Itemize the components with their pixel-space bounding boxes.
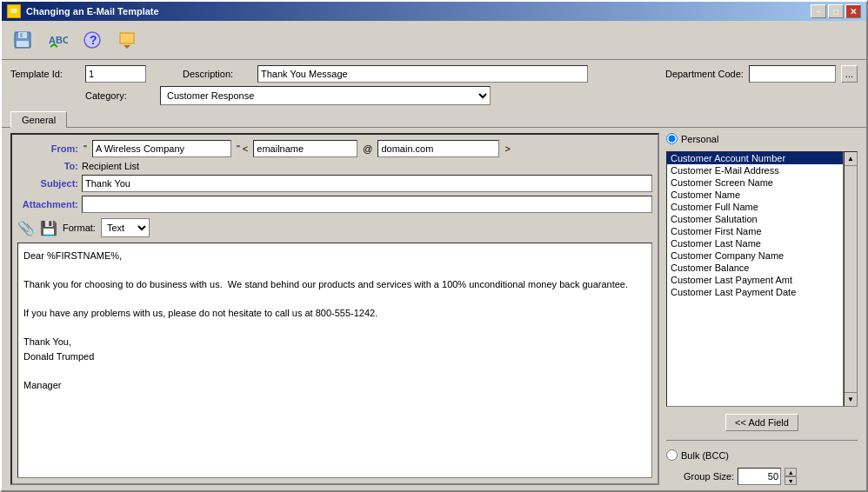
group-size-row: Group Size: ▲ ▼ (666, 468, 858, 485)
svg-rect-2 (20, 33, 23, 37)
spell-check-button[interactable]: ABC (42, 24, 73, 56)
browse-button[interactable]: ... (841, 65, 858, 83)
form-area: Template Id: Description: Department Cod… (2, 60, 866, 110)
body-container: Dear %FIRSTNAME%, Thank you for choosing… (17, 243, 652, 478)
svg-text:?: ? (90, 33, 97, 47)
minimize-button[interactable]: − (811, 4, 826, 18)
toolbar: ABC ? (2, 21, 866, 60)
to-row: To: Recipient List (17, 161, 652, 171)
category-row: Category: Customer Response General Mark… (10, 86, 858, 105)
to-label: To: (17, 161, 78, 171)
side-panel: Personal Customer Account Number Custome… (666, 133, 858, 485)
attachment-input[interactable] (82, 196, 652, 213)
to-value: Recipient List (82, 161, 139, 171)
listbox-scroll-down[interactable]: ▼ (845, 392, 857, 406)
personal-radio-row: Personal (666, 133, 858, 144)
list-item[interactable]: Customer E-Mail Address (667, 164, 843, 176)
action-button[interactable] (111, 24, 143, 56)
from-arrow: > (503, 143, 511, 154)
description-input[interactable] (257, 65, 588, 83)
save-small-icon: 💾 (40, 220, 57, 236)
template-id-input[interactable] (85, 65, 146, 83)
from-label: From: (17, 143, 78, 154)
from-email-input[interactable] (253, 140, 357, 157)
paperclip-icon: 📎 (17, 220, 35, 236)
list-item[interactable]: Customer Last Payment Amt (667, 274, 843, 286)
dept-code-label: Department Code: (665, 69, 744, 79)
format-label: Format: (63, 223, 96, 233)
template-row: Template Id: Description: Department Cod… (10, 65, 858, 83)
template-id-label: Template Id: (10, 69, 80, 79)
from-quote-close: " < (235, 143, 250, 154)
help-button[interactable]: ? (77, 24, 108, 56)
add-field-button[interactable]: << Add Field (725, 414, 798, 431)
format-row: 📎 💾 Format: Text HTML (17, 216, 652, 239)
svg-marker-8 (124, 45, 130, 49)
svg-rect-3 (17, 41, 29, 47)
fields-listbox[interactable]: Customer Account Number Customer E-Mail … (666, 151, 844, 407)
subject-row: Subject: (17, 175, 652, 192)
description-label: Description: (183, 69, 252, 79)
from-quote-open: " (82, 143, 89, 154)
list-item[interactable]: Customer Balance (667, 262, 843, 274)
list-item[interactable]: Customer Last Payment Date (667, 286, 843, 298)
list-item[interactable]: Customer Name (667, 189, 843, 201)
window-title: Changing an E-Mail Template (26, 6, 159, 17)
group-size-input[interactable] (738, 468, 781, 485)
listbox-scroll-up[interactable]: ▲ (845, 152, 857, 166)
save-button[interactable] (7, 24, 38, 56)
from-domain-input[interactable] (377, 140, 499, 157)
tab-general[interactable]: General (10, 111, 67, 128)
group-size-spinner: ▲ ▼ (785, 468, 797, 485)
main-content: From: " " < @ > To: Recipient List Subje… (2, 127, 866, 490)
personal-radio[interactable] (666, 133, 678, 144)
at-sign: @ (361, 143, 374, 154)
bulk-radio[interactable] (666, 449, 678, 461)
list-item[interactable]: Customer First Name (667, 225, 843, 237)
list-item[interactable]: Customer Screen Name (667, 176, 843, 189)
maximize-button[interactable]: □ (828, 4, 844, 18)
body-textarea[interactable]: Dear %FIRSTNAME%, Thank you for choosing… (17, 243, 652, 478)
category-select[interactable]: Customer Response General Marketing Supp… (160, 86, 491, 105)
personal-label: Personal (681, 134, 718, 144)
list-item[interactable]: Customer Full Name (667, 201, 843, 213)
bulk-row: Bulk (BCC) (666, 449, 858, 461)
format-select[interactable]: Text HTML (101, 218, 150, 237)
title-bar: ✉ Changing an E-Mail Template − □ ✕ (2, 2, 866, 21)
close-button[interactable]: ✕ (845, 4, 861, 18)
tab-strip: General (2, 110, 866, 127)
spinner-down[interactable]: ▼ (785, 476, 797, 485)
list-item[interactable]: Customer Last Name (667, 237, 843, 249)
main-window: ✉ Changing an E-Mail Template − □ ✕ ABC (0, 0, 868, 492)
list-item[interactable]: Customer Account Number (667, 152, 843, 164)
bulk-label: Bulk (BCC) (681, 450, 729, 461)
svg-text:ABC: ABC (49, 35, 68, 45)
email-panel: From: " " < @ > To: Recipient List Subje… (10, 133, 659, 485)
group-size-label: Group Size: (684, 471, 734, 482)
divider (666, 440, 858, 441)
attachment-row: Attachment: (17, 196, 652, 213)
list-item[interactable]: Customer Salutation (667, 213, 843, 225)
subject-label: Subject: (17, 178, 78, 189)
list-item[interactable]: Customer Company Name (667, 249, 843, 262)
category-label: Category: (85, 90, 155, 101)
window-icon: ✉ (7, 4, 21, 18)
title-bar-left: ✉ Changing an E-Mail Template (7, 4, 159, 18)
subject-input[interactable] (82, 175, 652, 192)
svg-rect-7 (120, 33, 134, 43)
dept-code-input[interactable] (749, 65, 836, 83)
spinner-up[interactable]: ▲ (785, 468, 797, 476)
title-bar-buttons: − □ ✕ (811, 4, 861, 18)
from-row: From: " " < @ > (17, 140, 652, 157)
attachment-label: Attachment: (17, 199, 78, 209)
from-name-input[interactable] (92, 140, 231, 157)
